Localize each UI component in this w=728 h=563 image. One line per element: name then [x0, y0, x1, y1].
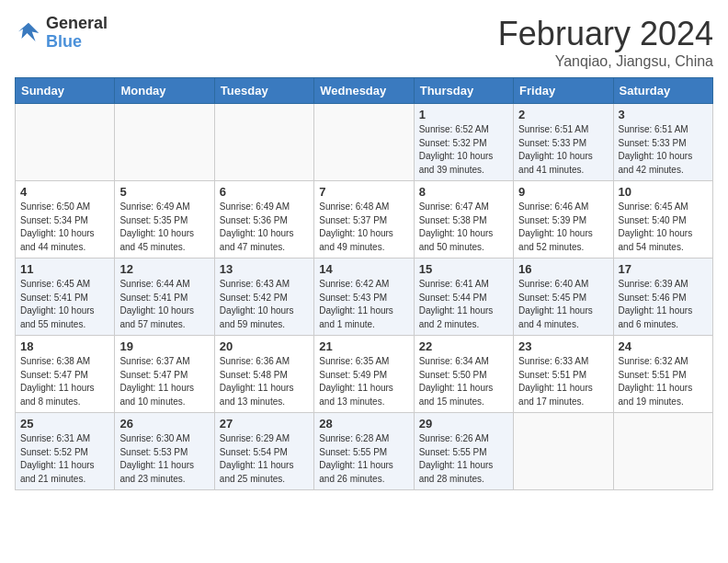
- calendar-cell: 17Sunrise: 6:39 AMSunset: 5:46 PMDayligh…: [613, 259, 712, 336]
- day-number: 27: [220, 417, 309, 431]
- day-detail: Sunrise: 6:38 AMSunset: 5:47 PMDaylight:…: [20, 355, 109, 408]
- calendar-cell: 7Sunrise: 6:48 AMSunset: 5:37 PMDaylight…: [314, 181, 414, 259]
- calendar-cell: 10Sunrise: 6:45 AMSunset: 5:40 PMDayligh…: [613, 181, 712, 259]
- calendar-cell: 4Sunrise: 6:50 AMSunset: 5:34 PMDaylight…: [16, 181, 115, 259]
- calendar-cell: 5Sunrise: 6:49 AMSunset: 5:35 PMDaylight…: [115, 181, 214, 259]
- calendar-cell: 9Sunrise: 6:46 AMSunset: 5:39 PMDaylight…: [514, 181, 613, 259]
- day-detail: Sunrise: 6:43 AMSunset: 5:42 PMDaylight:…: [220, 278, 309, 331]
- calendar-cell: 23Sunrise: 6:33 AMSunset: 5:51 PMDayligh…: [514, 336, 613, 413]
- calendar-cell: 3Sunrise: 6:51 AMSunset: 5:33 PMDaylight…: [613, 104, 712, 181]
- day-number: 3: [619, 108, 708, 121]
- day-number: 22: [419, 339, 508, 353]
- page-header: General Blue February 2024 Yanqiao, Jian…: [15, 15, 713, 70]
- calendar-cell: 16Sunrise: 6:40 AMSunset: 5:45 PMDayligh…: [514, 259, 613, 336]
- calendar-cell: 14Sunrise: 6:42 AMSunset: 5:43 PMDayligh…: [314, 259, 414, 336]
- logo: General Blue: [15, 15, 108, 52]
- weekday-header-tuesday: Tuesday: [214, 78, 313, 104]
- day-number: 17: [619, 262, 708, 276]
- calendar-cell: [514, 413, 613, 490]
- day-detail: Sunrise: 6:51 AMSunset: 5:33 PMDaylight:…: [619, 123, 708, 177]
- day-detail: Sunrise: 6:45 AMSunset: 5:40 PMDaylight:…: [619, 201, 708, 254]
- calendar-title: February 2024: [498, 15, 713, 53]
- calendar-week-row: 11Sunrise: 6:45 AMSunset: 5:41 PMDayligh…: [16, 259, 713, 336]
- day-detail: Sunrise: 6:36 AMSunset: 5:48 PMDaylight:…: [220, 355, 309, 408]
- day-number: 19: [119, 339, 209, 353]
- weekday-header-sunday: Sunday: [16, 78, 115, 104]
- day-detail: Sunrise: 6:44 AMSunset: 5:41 PMDaylight:…: [119, 278, 209, 331]
- day-number: 25: [20, 417, 109, 431]
- day-number: 13: [220, 262, 309, 276]
- calendar-cell: 21Sunrise: 6:35 AMSunset: 5:49 PMDayligh…: [314, 336, 414, 413]
- day-detail: Sunrise: 6:47 AMSunset: 5:38 PMDaylight:…: [419, 201, 508, 254]
- day-number: 5: [119, 185, 209, 199]
- calendar-cell: 1Sunrise: 6:52 AMSunset: 5:32 PMDaylight…: [414, 104, 513, 181]
- day-number: 26: [119, 417, 209, 431]
- day-detail: Sunrise: 6:37 AMSunset: 5:47 PMDaylight:…: [119, 355, 209, 408]
- calendar-cell: 15Sunrise: 6:41 AMSunset: 5:44 PMDayligh…: [414, 259, 513, 336]
- day-number: 23: [518, 339, 608, 353]
- day-number: 9: [518, 185, 608, 199]
- calendar-cell: [214, 104, 313, 181]
- calendar-cell: 11Sunrise: 6:45 AMSunset: 5:41 PMDayligh…: [16, 259, 115, 336]
- calendar-cell: [115, 104, 214, 181]
- calendar-cell: 28Sunrise: 6:28 AMSunset: 5:55 PMDayligh…: [314, 413, 414, 490]
- day-number: 12: [119, 262, 209, 276]
- day-number: 7: [319, 185, 408, 199]
- day-detail: Sunrise: 6:29 AMSunset: 5:54 PMDaylight:…: [220, 432, 309, 486]
- calendar-week-row: 25Sunrise: 6:31 AMSunset: 5:52 PMDayligh…: [16, 413, 713, 490]
- day-detail: Sunrise: 6:41 AMSunset: 5:44 PMDaylight:…: [419, 278, 508, 331]
- weekday-header-thursday: Thursday: [414, 78, 513, 104]
- day-detail: Sunrise: 6:50 AMSunset: 5:34 PMDaylight:…: [20, 201, 109, 254]
- day-detail: Sunrise: 6:49 AMSunset: 5:36 PMDaylight:…: [220, 201, 309, 254]
- calendar-cell: [613, 413, 712, 490]
- svg-marker-0: [18, 23, 40, 41]
- day-number: 15: [419, 262, 508, 276]
- calendar-week-row: 4Sunrise: 6:50 AMSunset: 5:34 PMDaylight…: [16, 181, 713, 259]
- calendar-cell: 18Sunrise: 6:38 AMSunset: 5:47 PMDayligh…: [16, 336, 115, 413]
- calendar-cell: 26Sunrise: 6:30 AMSunset: 5:53 PMDayligh…: [115, 413, 214, 490]
- day-detail: Sunrise: 6:51 AMSunset: 5:33 PMDaylight:…: [518, 123, 608, 177]
- calendar-cell: 13Sunrise: 6:43 AMSunset: 5:42 PMDayligh…: [214, 259, 313, 336]
- calendar-cell: 12Sunrise: 6:44 AMSunset: 5:41 PMDayligh…: [115, 259, 214, 336]
- calendar-cell: 29Sunrise: 6:26 AMSunset: 5:55 PMDayligh…: [414, 413, 513, 490]
- day-number: 18: [20, 339, 109, 353]
- day-detail: Sunrise: 6:40 AMSunset: 5:45 PMDaylight:…: [518, 278, 608, 331]
- day-number: 20: [220, 339, 309, 353]
- weekday-header-saturday: Saturday: [613, 78, 712, 104]
- calendar-cell: 25Sunrise: 6:31 AMSunset: 5:52 PMDayligh…: [16, 413, 115, 490]
- day-number: 11: [20, 262, 109, 276]
- day-detail: Sunrise: 6:30 AMSunset: 5:53 PMDaylight:…: [119, 432, 209, 486]
- day-detail: Sunrise: 6:35 AMSunset: 5:49 PMDaylight:…: [319, 355, 408, 408]
- calendar-week-row: 18Sunrise: 6:38 AMSunset: 5:47 PMDayligh…: [16, 336, 713, 413]
- day-detail: Sunrise: 6:33 AMSunset: 5:51 PMDaylight:…: [518, 355, 608, 408]
- day-detail: Sunrise: 6:46 AMSunset: 5:39 PMDaylight:…: [518, 201, 608, 254]
- calendar-cell: 24Sunrise: 6:32 AMSunset: 5:51 PMDayligh…: [613, 336, 712, 413]
- weekday-header-row: SundayMondayTuesdayWednesdayThursdayFrid…: [16, 78, 713, 104]
- day-number: 10: [619, 185, 708, 199]
- logo-bird-icon: [15, 19, 42, 47]
- calendar-table: SundayMondayTuesdayWednesdayThursdayFrid…: [15, 77, 713, 490]
- calendar-cell: 22Sunrise: 6:34 AMSunset: 5:50 PMDayligh…: [414, 336, 513, 413]
- day-number: 21: [319, 339, 408, 353]
- calendar-header: SundayMondayTuesdayWednesdayThursdayFrid…: [16, 78, 713, 104]
- day-detail: Sunrise: 6:48 AMSunset: 5:37 PMDaylight:…: [319, 201, 408, 254]
- calendar-week-row: 1Sunrise: 6:52 AMSunset: 5:32 PMDaylight…: [16, 104, 713, 181]
- day-number: 28: [319, 417, 408, 431]
- calendar-subtitle: Yanqiao, Jiangsu, China: [498, 53, 713, 70]
- calendar-body: 1Sunrise: 6:52 AMSunset: 5:32 PMDaylight…: [16, 104, 713, 490]
- day-detail: Sunrise: 6:28 AMSunset: 5:55 PMDaylight:…: [319, 432, 408, 486]
- calendar-cell: 6Sunrise: 6:49 AMSunset: 5:36 PMDaylight…: [214, 181, 313, 259]
- day-detail: Sunrise: 6:39 AMSunset: 5:46 PMDaylight:…: [619, 278, 708, 331]
- calendar-cell: 27Sunrise: 6:29 AMSunset: 5:54 PMDayligh…: [214, 413, 313, 490]
- calendar-cell: [16, 104, 115, 181]
- day-number: 2: [518, 108, 608, 121]
- title-block: February 2024 Yanqiao, Jiangsu, China: [498, 15, 713, 70]
- weekday-header-friday: Friday: [514, 78, 613, 104]
- day-detail: Sunrise: 6:31 AMSunset: 5:52 PMDaylight:…: [20, 432, 109, 486]
- day-detail: Sunrise: 6:32 AMSunset: 5:51 PMDaylight:…: [619, 355, 708, 408]
- day-number: 4: [20, 185, 109, 199]
- calendar-cell: [314, 104, 414, 181]
- day-detail: Sunrise: 6:45 AMSunset: 5:41 PMDaylight:…: [20, 278, 109, 331]
- day-detail: Sunrise: 6:26 AMSunset: 5:55 PMDaylight:…: [419, 432, 508, 486]
- day-detail: Sunrise: 6:52 AMSunset: 5:32 PMDaylight:…: [419, 123, 508, 177]
